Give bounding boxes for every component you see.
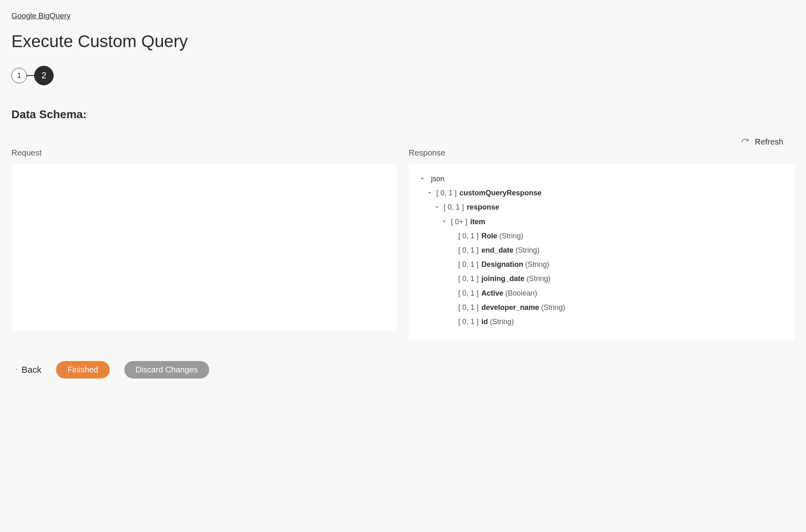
- response-box[interactable]: json [ 0, 1 ] customQueryResponse[ 0, 1 …: [409, 164, 795, 341]
- node-type: (String): [541, 303, 565, 311]
- back-label: Back: [22, 365, 41, 375]
- chevron-down-icon: [427, 190, 433, 197]
- tree-node[interactable]: [ 0, 1 ] response: [420, 202, 783, 212]
- node-name: customQueryResponse: [459, 189, 542, 197]
- request-panel: Request: [11, 148, 397, 341]
- node-cardinality: [ 0, 1 ]: [458, 318, 479, 326]
- refresh-icon: [741, 138, 749, 146]
- tree-node: [ 0, 1 ] id (String): [420, 317, 783, 327]
- discard-button[interactable]: Discard Changes: [124, 361, 209, 378]
- step-2[interactable]: 2: [34, 66, 54, 85]
- chevron-down-icon: [442, 218, 448, 225]
- page-title: Execute Custom Query: [11, 32, 795, 51]
- section-title: Data Schema:: [11, 108, 795, 121]
- tree-node: [ 0, 1 ] end_date (String): [420, 245, 783, 255]
- tree-node: [ 0, 1 ] Role (String): [420, 231, 783, 241]
- chevron-down-icon: [420, 176, 426, 183]
- response-panel: Response json [ 0, 1 ] customQueryRespon…: [409, 148, 795, 341]
- chevron-left-icon: [15, 367, 18, 373]
- node-type: (String): [526, 275, 550, 283]
- node-name: Role: [481, 232, 497, 240]
- node-cardinality: [ 0, 1 ]: [458, 232, 479, 240]
- back-button[interactable]: Back: [15, 365, 41, 375]
- step-connector: [27, 75, 34, 76]
- response-label: Response: [409, 148, 795, 158]
- node-type: (String): [516, 246, 540, 254]
- node-cardinality: [ 0, 1 ]: [458, 275, 479, 283]
- node-cardinality: [ 0, 1 ]: [458, 303, 479, 311]
- node-type: (String): [490, 318, 514, 326]
- node-type: (String): [525, 260, 549, 268]
- request-box[interactable]: [11, 164, 397, 331]
- node-type: (String): [499, 232, 523, 240]
- node-name: joining_date: [481, 275, 524, 283]
- node-cardinality: [ 0, 1 ]: [436, 189, 457, 197]
- step-1[interactable]: 1: [11, 68, 27, 83]
- node-cardinality: [ 0, 1 ]: [458, 289, 479, 297]
- node-name: Designation: [481, 260, 523, 268]
- stepper: 1 2: [11, 66, 795, 85]
- breadcrumb-link[interactable]: Google BigQuery: [11, 11, 71, 20]
- tree-node[interactable]: [ 0+ ] item: [420, 217, 783, 227]
- tree-node: [ 0, 1 ] joining_date (String): [420, 274, 783, 284]
- node-name: Active: [481, 289, 503, 297]
- node-cardinality: [ 0, 1 ]: [458, 246, 479, 254]
- tree-root[interactable]: json: [420, 174, 783, 184]
- refresh-label: Refresh: [755, 137, 783, 147]
- tree-node[interactable]: [ 0, 1 ] customQueryResponse: [420, 188, 783, 198]
- refresh-button[interactable]: Refresh: [741, 137, 783, 147]
- tree-node: [ 0, 1 ] Designation (String): [420, 260, 783, 270]
- tree-node: [ 0, 1 ] developer_name (String): [420, 303, 783, 313]
- node-cardinality: [ 0+ ]: [451, 218, 468, 226]
- node-name: item: [470, 218, 485, 226]
- chevron-down-icon: [435, 204, 440, 211]
- node-name: end_date: [481, 246, 514, 254]
- node-cardinality: [ 0, 1 ]: [444, 203, 464, 211]
- request-label: Request: [11, 148, 397, 158]
- tree-root-label: json: [431, 175, 444, 183]
- node-type: (Boolean): [505, 289, 537, 297]
- node-name: developer_name: [481, 303, 539, 311]
- node-cardinality: [ 0, 1 ]: [458, 260, 479, 268]
- node-name: id: [481, 318, 488, 326]
- node-name: response: [467, 203, 499, 211]
- tree-node: [ 0, 1 ] Active (Boolean): [420, 288, 783, 298]
- finished-button[interactable]: Finished: [56, 361, 110, 378]
